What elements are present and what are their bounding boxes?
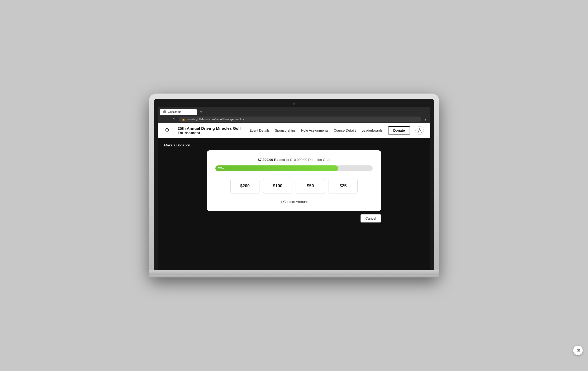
site-logo: 25th Annual Driving Miracles Golf Tourna…	[164, 126, 246, 135]
lock-icon: 🔒	[182, 118, 185, 121]
cancel-area: Cancel	[207, 214, 381, 222]
more-options-button[interactable]: ⋮	[423, 117, 428, 122]
svg-point-5	[421, 132, 422, 133]
share-button[interactable]	[415, 126, 424, 135]
laptop-frame: GolfStatus + ‹ › ↻ 🔒 events.golfstatus.c…	[149, 94, 439, 277]
donation-goal-text: $7,800.00 Raised of $10,000.00 Donation …	[215, 158, 373, 162]
header-divider	[174, 127, 174, 134]
screen-bezel: GolfStatus + ‹ › ↻ 🔒 events.golfstatus.c…	[154, 99, 434, 270]
svg-point-2	[167, 129, 167, 130]
amount-50-button[interactable]: $50	[296, 179, 325, 193]
nav-course-details[interactable]: Course Details	[334, 128, 356, 132]
address-bar[interactable]: 🔒 events.golfstatus.com/event/driving-mi…	[179, 117, 421, 122]
laptop-foot	[149, 275, 439, 277]
browser-chrome: GolfStatus + ‹ › ↻ 🔒 events.golfstatus.c…	[158, 107, 430, 123]
nav-sponsorships[interactable]: Sponsorships	[275, 128, 296, 132]
share-icon	[418, 128, 422, 133]
goal-label: of $10,000.00 Donation Goal	[286, 158, 330, 162]
svg-point-3	[419, 128, 420, 129]
back-button[interactable]: ‹	[160, 117, 164, 122]
site-header: 25th Annual Driving Miracles Golf Tourna…	[158, 123, 430, 138]
section-title: Make a Donation	[164, 143, 424, 147]
custom-amount-link[interactable]: + Custom Amount	[215, 200, 373, 204]
svg-point-4	[418, 132, 419, 133]
tab-bar: GolfStatus +	[158, 107, 430, 115]
page-content: Make a Donation $7,800.00 Raised of $10,…	[158, 138, 430, 270]
new-tab-button[interactable]: +	[198, 108, 205, 115]
progress-bar-fill: 78%	[215, 165, 338, 171]
amount-25-button[interactable]: $25	[329, 179, 358, 193]
donate-button[interactable]: Donate	[388, 126, 410, 135]
refresh-button[interactable]: ↻	[171, 117, 177, 122]
browser-window: GolfStatus + ‹ › ↻ 🔒 events.golfstatus.c…	[158, 107, 430, 270]
cancel-button[interactable]: Cancel	[361, 214, 381, 222]
address-bar-row: ‹ › ↻ 🔒 events.golfstatus.com/event/driv…	[158, 115, 430, 123]
site-title: 25th Annual Driving Miracles Golf Tourna…	[178, 126, 246, 135]
forward-button[interactable]: ›	[166, 117, 169, 122]
donation-amounts: $200 $100 $50 $25	[215, 179, 373, 193]
amount-100-button[interactable]: $100	[263, 179, 292, 193]
nav-event-details[interactable]: Event Details	[249, 128, 270, 132]
url-text: events.golfstatus.com/event/driving-mira…	[187, 118, 244, 121]
amount-200-button[interactable]: $200	[230, 179, 259, 193]
laptop-bottom	[149, 270, 439, 275]
chat-widget-button[interactable]: ✉	[573, 346, 583, 355]
tab-favicon	[163, 110, 166, 113]
camera	[293, 103, 295, 105]
active-tab[interactable]: GolfStatus	[160, 109, 197, 115]
chat-icon: ✉	[576, 348, 580, 353]
golfstatus-logo-icon	[164, 127, 170, 134]
progress-label: 78%	[218, 167, 224, 170]
nav-leaderboards[interactable]: Leaderboards	[362, 128, 383, 132]
donation-card: $7,800.00 Raised of $10,000.00 Donation …	[207, 150, 381, 211]
raised-amount: $7,800.00 Raised	[258, 158, 285, 162]
nav-hole-assignments[interactable]: Hole Assignments	[301, 128, 328, 132]
header-nav: Event Details Sponsorships Hole Assignme…	[249, 126, 424, 135]
progress-bar-container: 78%	[215, 165, 373, 171]
tab-title: GolfStatus	[168, 110, 181, 113]
